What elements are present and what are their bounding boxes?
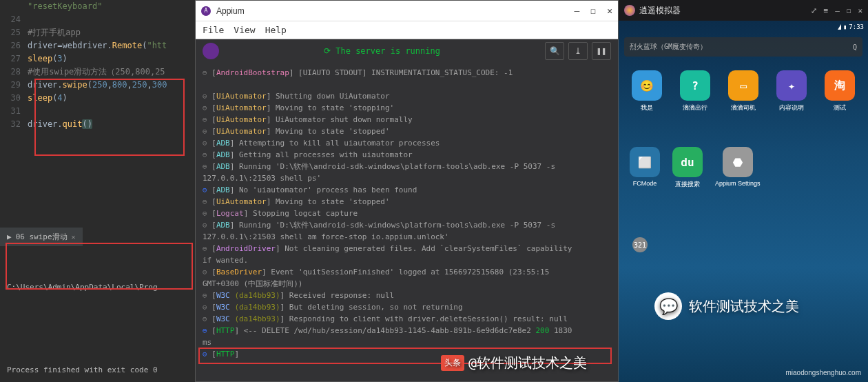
- app-icon: ⬜: [630, 147, 660, 177]
- appium-title: Appium: [216, 6, 245, 16]
- code-line[interactable]: "resetKeyboard": [0, 0, 195, 13]
- run-tab-close-icon[interactable]: ✕: [72, 233, 76, 241]
- menu-file[interactable]: File: [203, 25, 224, 35]
- menu-help[interactable]: Help: [265, 25, 287, 35]
- appium-logo-icon: A: [201, 6, 211, 16]
- log-line: [203, 79, 611, 90]
- menu-view[interactable]: View: [234, 25, 255, 35]
- search-button[interactable]: 🔍: [545, 42, 564, 60]
- run-output: C:\Users\Admin\AppData\Local\Prog Proces…: [0, 246, 195, 382]
- log-line: ⊖ [ADB] Running 'D:\软件\android-sdk-windo…: [203, 219, 611, 231]
- log-line: ⊖ [ADB] No 'uiautomator' process has bee…: [203, 184, 611, 196]
- code-text: #使用swipe滑动方法（250,800,25: [28, 66, 165, 79]
- app-launcher-item[interactable]: du直接搜索: [672, 147, 703, 189]
- server-status-text: The server is running: [226, 46, 538, 56]
- emu-search-icon: Q: [853, 43, 857, 51]
- download-button[interactable]: ⤓: [568, 42, 588, 60]
- code-area[interactable]: "resetKeyboard"2425#打开手机app26driver=webd…: [0, 0, 195, 131]
- code-text: sleep(3): [28, 52, 68, 66]
- log-line: ⊖ [UiAutomator] Moving to state 'stopped…: [203, 196, 611, 208]
- toutiao-text: @软件测试技术之美: [468, 354, 587, 372]
- line-number: 27: [0, 52, 28, 66]
- log-line: ⊖ [W3C (da14bb93)] Responding to client …: [203, 313, 611, 325]
- code-line[interactable]: 27sleep(3): [0, 52, 195, 66]
- log-line: ⊖ [UiAutomator] Moving to state 'stopped…: [203, 125, 611, 137]
- clock-text: 7:33: [849, 23, 864, 30]
- code-line[interactable]: 32driver.quit(): [0, 118, 195, 131]
- emu-menu-icon[interactable]: ≡: [824, 6, 829, 15]
- app-launcher-item[interactable]: ?滴滴出行: [672, 70, 718, 112]
- emu-notification-badge[interactable]: 321: [632, 237, 648, 252]
- log-line: ⊖ [UiAutomator] Shutting down UiAutomato…: [203, 90, 611, 102]
- minimize-icon[interactable]: —: [575, 6, 580, 16]
- appium-titlebar[interactable]: A Appium — ☐ ✕: [196, 1, 618, 21]
- line-number: 30: [0, 92, 28, 105]
- app-icon: ?: [680, 70, 710, 101]
- log-line: ⊖ [UiAutomator] UiAutomator shut down no…: [203, 114, 611, 125]
- code-line[interactable]: 31: [0, 105, 195, 118]
- run-tab[interactable]: ▶ 06 swipe滑动 ✕: [0, 228, 83, 246]
- app-launcher-item[interactable]: ⬣Appium Settings: [715, 147, 761, 189]
- close-icon[interactable]: ✕: [607, 6, 612, 16]
- app-launcher-item[interactable]: 淘测试: [817, 70, 862, 112]
- emu-expand-icon[interactable]: ⤢: [811, 6, 817, 15]
- code-text: driver=webdriver.Remote("htt: [28, 39, 167, 52]
- app-launcher-item[interactable]: ⬜FCMode: [630, 147, 660, 189]
- log-line: 127.0.0.1\:21503 shell ps': [203, 172, 611, 184]
- download-icon: ⤓: [575, 46, 581, 56]
- emu-titlebar[interactable]: 逍遥模拟器 ⤢ ≡ — ☐ ✕: [619, 0, 868, 21]
- toutiao-badge: 头条: [441, 355, 464, 371]
- log-line: ⊖ [AndroidBootstrap] [UIAUTO STDOUT] INS…: [203, 67, 611, 79]
- code-text: sleep(4): [28, 92, 68, 105]
- code-line[interactable]: 30sleep(4): [0, 92, 195, 105]
- emu-title: 逍遥模拟器: [639, 5, 681, 17]
- android-status-bar: ▮ 7:33: [619, 21, 868, 33]
- appium-menubar: File View Help: [196, 21, 618, 39]
- log-line: ⊖ [UiAutomator] Moving to state 'stoppin…: [203, 102, 611, 114]
- maximize-icon[interactable]: ☐: [590, 6, 596, 16]
- log-line: ⊖ [ADB] Getting all processes with uiaut…: [203, 149, 611, 161]
- app-label: FCMode: [633, 180, 657, 187]
- app-label: 内容说明: [779, 103, 804, 112]
- appium-statusbar: The server is running 🔍 ⤓ ❚❚: [196, 39, 618, 63]
- run-tab-label: 06 swipe滑动: [16, 232, 68, 242]
- emulator-window: 逍遥模拟器 ⤢ ≡ — ☐ ✕ ▮ 7:33 烈火蓝球（GM魔变传奇） Q 😊我…: [619, 0, 868, 382]
- app-icon: 😊: [632, 70, 662, 101]
- app-launcher-item[interactable]: ✦内容说明: [769, 70, 814, 112]
- app-launcher-item[interactable]: 😊我是: [624, 70, 670, 112]
- line-number: [0, 0, 28, 13]
- code-line[interactable]: 25#打开手机app: [0, 26, 195, 39]
- appium-log-area[interactable]: ⊖ [AndroidBootstrap] [UIAUTO STDOUT] INS…: [196, 63, 618, 381]
- pause-icon: ❚❚: [597, 46, 606, 56]
- app-label: 测试: [834, 103, 846, 112]
- log-line: ⊖ [HTTP] <-- DELETE /wd/hub/session/da14…: [203, 325, 611, 336]
- emu-search-bar[interactable]: 烈火蓝球（GM魔变传奇） Q: [624, 37, 862, 57]
- log-line: ⊖ [W3C (da14bb93)] But deleting session,…: [203, 301, 611, 313]
- run-tab-arrow-icon: ▶: [7, 232, 12, 241]
- app-label: 直接搜索: [675, 180, 700, 189]
- code-editor-pane: "resetKeyboard"2425#打开手机app26driver=webd…: [0, 0, 195, 382]
- app-icon: du: [672, 147, 703, 177]
- log-line: GMT+0300 (中国标准时间)): [203, 278, 611, 290]
- run-panel: ▶ 06 swipe滑动 ✕ C:\Users\Admin\AppData\Lo…: [0, 228, 195, 382]
- log-line: ⊖ [Logcat] Stopping logcat capture: [203, 208, 611, 219]
- code-line[interactable]: 26driver=webdriver.Remote("htt: [0, 39, 195, 52]
- app-grid-row-2: ⬜FCModedu直接搜索⬣Appium Settings: [619, 112, 868, 189]
- log-line: ms: [203, 336, 611, 348]
- pause-button[interactable]: ❚❚: [592, 42, 611, 60]
- code-line[interactable]: 29driver.swipe(250,800,250,300: [0, 79, 195, 92]
- app-grid-row-1: 😊我是?滴滴出行▭滴滴司机✦内容说明淘测试: [619, 61, 868, 112]
- app-launcher-item[interactable]: ▭滴滴司机: [721, 70, 766, 112]
- app-label: 滴滴司机: [731, 103, 756, 112]
- code-line[interactable]: 28#使用swipe滑动方法（250,800,25: [0, 66, 195, 79]
- emu-maximize-icon[interactable]: ☐: [847, 6, 851, 15]
- app-icon: 淘: [825, 70, 855, 101]
- code-line[interactable]: 24: [0, 13, 195, 26]
- app-icon: ▭: [728, 70, 758, 101]
- emu-close-icon[interactable]: ✕: [858, 6, 862, 15]
- log-line: ⊖ [ADB] Running 'D:\软件\android-sdk-windo…: [203, 161, 611, 172]
- line-number: 32: [0, 118, 28, 131]
- signal-icon: [838, 24, 841, 30]
- log-line: ⊖ [ADB] Attempting to kill all uiautomat…: [203, 137, 611, 149]
- emu-minimize-icon[interactable]: —: [835, 6, 840, 15]
